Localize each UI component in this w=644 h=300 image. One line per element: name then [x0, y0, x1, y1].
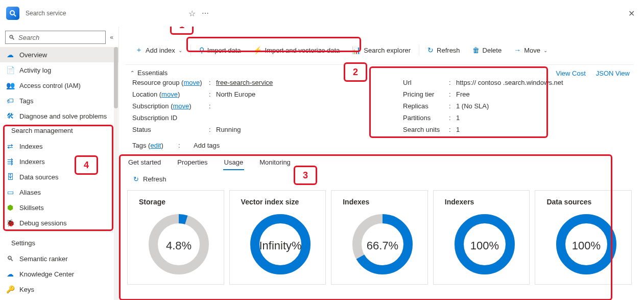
nav-aliases[interactable]: ▭ Aliases — [0, 184, 118, 200]
nav-diagnose[interactable]: 🛠 Diagnose and solve problems — [0, 108, 118, 124]
label: Partitions — [403, 114, 449, 122]
refresh-icon: ↻ — [133, 175, 139, 183]
tier-value: Free — [456, 90, 470, 98]
add-index-button[interactable]: ＋ Add index ⌄ — [130, 42, 187, 58]
donut-chart: Infinity% — [248, 212, 313, 277]
nav-label: Diagnose and solve problems — [19, 112, 107, 120]
favorite-star-icon[interactable]: ☆ — [188, 9, 196, 18]
move-link[interactable]: move — [183, 79, 200, 86]
tab-monitoring[interactable]: Monitoring — [258, 155, 292, 170]
edit-tags-link[interactable]: edit — [150, 142, 161, 149]
nav-label: Debug sessions — [19, 219, 67, 227]
donut-label: 4.8% — [166, 239, 192, 251]
section-settings: Settings — [5, 232, 113, 250]
trash-icon: 🗑 — [472, 46, 480, 54]
usage-refresh-button[interactable]: ↻ Refresh — [125, 170, 634, 185]
tab-usage[interactable]: Usage — [223, 155, 245, 170]
title-bar: Search service ☆ ⋯ ✕ — [0, 0, 644, 27]
nav-keys[interactable]: 🔑 Keys — [0, 282, 118, 297]
donut-label: 100% — [572, 239, 601, 251]
scrollbar-thumb[interactable] — [114, 47, 118, 108]
nav-label: Tags — [19, 97, 33, 105]
move-link[interactable]: move — [173, 102, 189, 110]
label: Search units — [403, 126, 449, 133]
nav-activity-log[interactable]: 📄 Activity log — [0, 62, 118, 78]
nav-label: Activity log — [19, 66, 51, 74]
nav-knowledge-center[interactable]: ☁ Knowledge Center — [0, 266, 118, 282]
chevron-down-icon: ⌄ — [178, 48, 182, 53]
button-label: Add index — [146, 47, 175, 54]
refresh-icon: ↻ — [427, 46, 434, 54]
label: Resource group — [132, 79, 180, 86]
nav-label: Indexers — [19, 158, 45, 166]
search-explorer-button[interactable]: 📊 Search explorer — [347, 42, 416, 58]
nav-semantic-ranker[interactable]: 🔍︎ Semantic ranker — [0, 251, 118, 266]
plus-icon: ＋ — [135, 45, 142, 55]
data-sources-icon: 🗄 — [6, 173, 14, 181]
import-vectorize-button[interactable]: ⚡ Import and vectorize data — [248, 42, 345, 58]
move-button[interactable]: → Move ⌄ — [509, 42, 553, 58]
nav-access-control[interactable]: 👥 Access control (IAM) — [0, 78, 118, 93]
nav-indexers[interactable]: ⇶ Indexers — [0, 154, 118, 169]
diagnose-icon: 🛠 — [6, 112, 14, 120]
sidebar-search-input[interactable]: 🔍︎ Search — [5, 31, 106, 44]
nav-label: Access control (IAM) — [19, 82, 81, 89]
partitions-link[interactable]: 1 — [456, 114, 460, 122]
card-title: Indexers — [445, 198, 524, 206]
import-data-button[interactable]: ⚲ Import data — [194, 42, 246, 58]
collapse-sidebar-icon[interactable]: « — [110, 34, 113, 41]
nav-data-sources[interactable]: 🗄 Data sources — [0, 169, 118, 184]
url-value: https:// contoso .search.windows.net — [456, 79, 563, 86]
close-icon[interactable]: ✕ — [628, 9, 635, 18]
status-value: Running — [216, 126, 241, 133]
search-placeholder: Search — [18, 34, 39, 41]
nav-indexes[interactable]: ⇄ Indexes — [0, 139, 118, 154]
donut-chart: 66.7% — [350, 212, 415, 277]
nav-label: Keys — [19, 286, 34, 293]
nav-tags[interactable]: 🏷 Tags — [0, 93, 118, 108]
location-value: North Europe — [216, 90, 255, 98]
view-links: View Cost JSON View — [556, 70, 630, 77]
knowledge-icon: ☁ — [6, 270, 14, 278]
card-title: Data sources — [546, 198, 626, 206]
chevron-down-icon: ⌄ — [543, 48, 547, 53]
nav-label: Overview — [19, 51, 47, 59]
donut-label: Infinity% — [259, 239, 302, 251]
button-label: Search explorer — [364, 47, 411, 54]
label: Location — [132, 90, 157, 98]
label: Replicas — [403, 102, 449, 110]
overview-icon: ☁ — [6, 51, 14, 59]
search-units-link[interactable]: 1 — [456, 126, 460, 133]
json-view-link[interactable]: JSON View — [596, 70, 630, 77]
tab-get-started[interactable]: Get started — [127, 155, 162, 170]
nav-debug-sessions[interactable]: 🐞 Debug sessions — [0, 215, 118, 230]
tab-properties[interactable]: Properties — [176, 155, 208, 170]
section-search-management: Search management — [5, 124, 113, 137]
usage-card: Indexers100% — [433, 190, 530, 285]
move-link[interactable]: move — [161, 90, 178, 98]
button-label: Import and vectorize data — [265, 47, 340, 54]
donut-label: 100% — [470, 239, 498, 251]
add-tags-link[interactable]: Add tags — [194, 142, 220, 149]
view-cost-link[interactable]: View Cost — [556, 70, 585, 77]
svg-point-0 — [10, 11, 14, 15]
delete-button[interactable]: 🗑 Delete — [467, 42, 507, 58]
indexes-icon: ⇄ — [6, 142, 14, 150]
activity-log-icon: 📄 — [6, 66, 14, 74]
button-label: Delete — [483, 47, 502, 54]
detail-tabs: Get started Properties Usage Monitoring — [125, 154, 634, 170]
usage-card: Vector index sizeInfinity% — [229, 190, 326, 285]
more-menu-icon[interactable]: ⋯ — [202, 9, 210, 17]
essentials-panel: ⌃ Essentials Resource group (move) : fre… — [125, 65, 634, 154]
label: Tags — [132, 142, 146, 149]
nav-label: Data sources — [19, 173, 59, 181]
content-area: ＋ Add index ⌄ ⚲ Import data ⚡ Import and… — [119, 27, 644, 300]
resource-group-link[interactable]: free-search-service — [216, 79, 273, 86]
refresh-button[interactable]: ↻ Refresh — [422, 42, 465, 58]
nav-label: Aliases — [19, 189, 41, 196]
nav-label: Skillsets — [19, 204, 44, 212]
nav-overview[interactable]: ☁ Overview — [0, 47, 118, 62]
vectorize-icon: ⚡ — [253, 46, 262, 54]
nav-skillsets[interactable]: ⬢ Skillsets — [0, 200, 118, 215]
replicas-link[interactable]: 1 (No SLA) — [456, 102, 489, 110]
